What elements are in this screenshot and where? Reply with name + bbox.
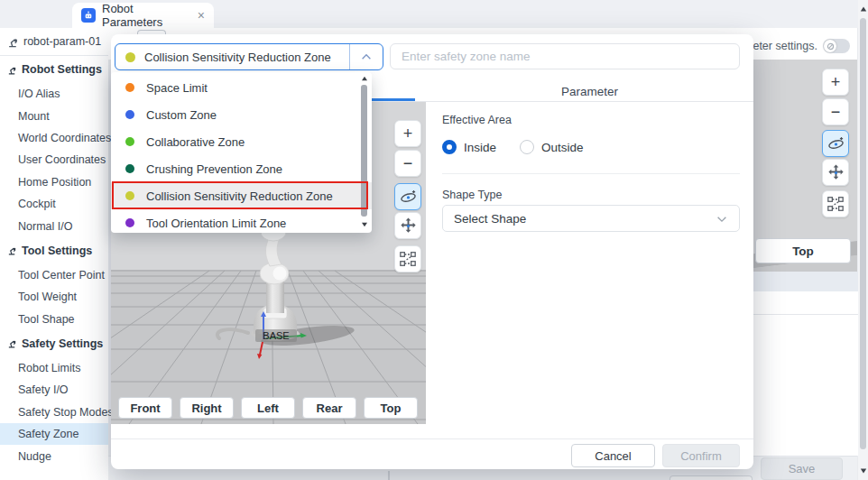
zone-color-dot	[125, 164, 134, 173]
zone-color-dot	[125, 110, 134, 119]
tab-robot-parameters[interactable]: Robot Parameters ×	[72, 3, 214, 28]
zoom-out-button[interactable]: −	[394, 150, 421, 177]
scroll-up-icon[interactable]	[860, 7, 865, 12]
chevron-up-icon	[360, 52, 373, 61]
highlight-red-box	[112, 181, 368, 209]
sidebar-section-safety-settings[interactable]: Safety Settings	[0, 330, 108, 357]
parameter-settings-text-fragment: meter settings.	[743, 40, 817, 52]
zone-type-select[interactable]: Collision Sensitivity Reduction Zone	[115, 43, 383, 70]
sidebar-item-robot-limits[interactable]: Robot Limits	[0, 357, 108, 379]
sidebar-section-robot-settings[interactable]: Robot Settings	[0, 56, 108, 83]
scroll-down-icon[interactable]	[860, 469, 865, 474]
option-space-limit[interactable]: Space Limit	[111, 74, 372, 101]
view-left-button[interactable]: Left	[241, 397, 295, 419]
view-right-button[interactable]: Right	[180, 397, 234, 419]
sidebar-item-io-alias[interactable]: I/O Alias	[0, 83, 108, 105]
robot-arm-icon	[7, 36, 19, 48]
base-frame-label: BASE	[263, 330, 289, 341]
orbit-icon	[826, 134, 845, 153]
option-crushing-prevention-zone[interactable]: Crushing Prevention Zone	[111, 155, 372, 182]
zone-select-caret[interactable]	[349, 44, 383, 69]
page-measure-nodes-button[interactable]	[822, 190, 849, 217]
tab-parameter[interactable]: Parameter	[430, 81, 749, 102]
sidebar-item-normal-io[interactable]: Normal I/O	[0, 215, 108, 236]
option-custom-zone[interactable]: Custom Zone	[111, 101, 372, 128]
nodes-link-icon	[826, 195, 845, 213]
sidebar: robot-param-01 Robot Settings I/O Alias …	[0, 28, 108, 480]
page-strip	[753, 272, 858, 291]
sidebar-item-mount[interactable]: Mount	[0, 105, 108, 126]
sidebar-robot-param-title[interactable]: robot-param-01	[0, 28, 108, 56]
cancel-button[interactable]: Cancel	[571, 444, 655, 467]
page-parameter-panel-fragment	[753, 291, 858, 456]
parameter-panel: Effective Area Inside Outside Shape Type…	[442, 102, 740, 436]
sidebar-item-tool-weight[interactable]: Tool Weight	[0, 286, 108, 308]
scroll-up-icon[interactable]	[362, 77, 367, 81]
sidebar-item-world-coordinates[interactable]: World Coordinates	[0, 127, 108, 149]
page-pan-button[interactable]	[822, 159, 849, 186]
robot-arm-icon	[7, 245, 17, 255]
page-hidden-button-fragment	[669, 475, 753, 480]
save-button[interactable]: Save	[761, 457, 843, 480]
radio-inside[interactable]: Inside	[442, 140, 496, 154]
page-zoom-out-button[interactable]: −	[822, 98, 849, 125]
scroll-down-icon[interactable]	[362, 223, 367, 227]
sidebar-item-cockpit[interactable]: Cockpit	[0, 193, 108, 215]
safety-zone-name-input[interactable]	[390, 43, 740, 69]
page-orbit-button[interactable]	[822, 130, 849, 157]
option-tool-orientation-limit-zone[interactable]: Tool Orientation Limit Zone	[111, 209, 372, 233]
sidebar-item-tool-center-point[interactable]: Tool Center Point	[0, 264, 108, 286]
pan-move-icon	[826, 163, 845, 182]
page-hidden-button-edge	[388, 471, 390, 480]
pan-button[interactable]	[394, 212, 421, 239]
view-front-button[interactable]: Front	[118, 397, 172, 419]
chevron-down-icon	[716, 214, 728, 224]
zone-color-dot	[125, 218, 134, 227]
orbit-button[interactable]	[394, 183, 421, 210]
measure-nodes-button[interactable]	[394, 245, 421, 272]
scrollbar-thumb[interactable]	[860, 18, 866, 449]
sidebar-item-user-coordinates[interactable]: User Coordinates	[0, 149, 108, 171]
robot-arm-model	[251, 217, 309, 341]
sidebar-item-safety-stop-modes[interactable]: Safety Stop Modes	[0, 402, 108, 423]
sidebar-item-safety-io[interactable]: Safety I/O	[0, 379, 108, 401]
zone-color-dot	[125, 137, 134, 146]
option-collaborative-zone[interactable]: Collaborative Zone	[111, 128, 372, 155]
orbit-icon	[399, 188, 418, 207]
sidebar-item-safety-zone[interactable]: Safety Zone	[0, 423, 108, 445]
radio-outside[interactable]: Outside	[520, 140, 584, 154]
safety-zone-dialog: Collision Sensitivity Reduction Zone Par…	[111, 34, 753, 469]
zoom-in-button[interactable]: +	[394, 120, 421, 147]
parameter-settings-toggle[interactable]	[823, 39, 850, 53]
sidebar-section-tool-settings[interactable]: Tool Settings	[0, 237, 108, 264]
tab-robot-parameters-close-icon[interactable]: ×	[198, 9, 205, 22]
pan-move-icon	[399, 217, 418, 235]
sidebar-item-nudge[interactable]: Nudge	[0, 445, 108, 466]
nodes-link-icon	[399, 250, 417, 268]
shape-type-select[interactable]: Select Shape	[442, 205, 740, 232]
sidebar-item-tool-shape[interactable]: Tool Shape	[0, 309, 108, 330]
radio-unselected-icon[interactable]	[520, 140, 534, 154]
toggle-knob-icon	[824, 40, 836, 52]
view-rear-button[interactable]: Rear	[302, 397, 356, 419]
sidebar-item-home-position[interactable]: Home Position	[0, 171, 108, 193]
robot-arm-icon	[7, 65, 17, 75]
radio-selected-icon[interactable]	[442, 140, 457, 154]
zone-type-dropdown-list: Space Limit Custom Zone Collaborative Zo…	[111, 72, 372, 233]
zone-color-dot	[125, 52, 135, 62]
robot-parameters-app-icon	[81, 8, 96, 23]
page-zoom-in-button[interactable]: +	[822, 69, 849, 96]
effective-area-label: Effective Area	[442, 114, 512, 126]
effective-area-radio-group: Inside Outside	[442, 140, 584, 154]
zone-type-value: Collision Sensitivity Reduction Zone	[144, 51, 349, 64]
view-top-button[interactable]: Top	[364, 397, 418, 419]
page-view-top-button[interactable]: Top	[755, 238, 851, 263]
panel-divider	[442, 173, 740, 174]
dialog-footer-divider	[111, 438, 753, 439]
zone-color-dot	[125, 83, 134, 92]
robot-arm-icon	[7, 338, 17, 348]
confirm-button[interactable]: Confirm	[662, 444, 740, 467]
sidebar-title-label: robot-param-01	[23, 35, 101, 48]
tab-robot-parameters-label: Robot Parameters	[102, 2, 191, 29]
page-vertical-scrollbar[interactable]	[858, 0, 868, 480]
